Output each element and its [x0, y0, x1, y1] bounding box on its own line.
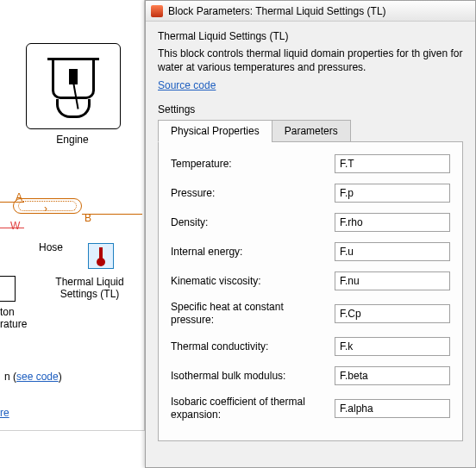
param-label: Isobaric coefficient of thermal expansio… [171, 396, 335, 421]
port-w-label: W [10, 220, 20, 232]
tab-physical-properties[interactable]: Physical Properties [158, 120, 272, 142]
tab-strip: Physical Properties Parameters [158, 119, 463, 142]
param-row-isobaric-coef: Isobaric coefficient of thermal expansio… [171, 396, 450, 421]
temperature-input[interactable] [335, 154, 450, 173]
dialog-titlebar[interactable]: Block Parameters: Thermal Liquid Setting… [146, 1, 475, 22]
param-label: Thermal conductivity: [171, 340, 335, 353]
param-row-density: Density: [171, 213, 450, 232]
source-code-link[interactable]: Source code [158, 79, 216, 91]
engine-icon [43, 56, 103, 116]
param-label: Internal energy: [171, 246, 335, 259]
canvas-link-2a[interactable]: re [0, 407, 9, 419]
isobaric-coef-input[interactable] [335, 399, 450, 418]
dialog-title: Block Parameters: Thermal Liquid Setting… [168, 5, 470, 17]
block-description: This block controls thermal liquid domai… [158, 47, 463, 74]
param-row-pressure: Pressure: [171, 184, 450, 203]
param-label: Temperature: [171, 158, 335, 171]
thermal-liquid-settings-block[interactable] [88, 243, 114, 269]
pressure-input[interactable] [335, 184, 450, 203]
engine-label: Engine [0, 134, 145, 146]
block-parameters-dialog: Block Parameters: Thermal Liquid Setting… [145, 0, 476, 468]
param-row-internal-energy: Internal energy: [171, 242, 450, 261]
param-label: Density: [171, 216, 335, 229]
partial-block-label: ton rature [0, 306, 26, 331]
hose-label: Hose [39, 241, 63, 253]
canvas-link-2: re [0, 407, 9, 419]
hose-block[interactable]: › [13, 194, 91, 220]
param-label: Pressure: [171, 187, 335, 200]
isothermal-bulk-modulus-input[interactable] [335, 366, 450, 385]
engine-block[interactable] [26, 43, 121, 129]
param-row-isothermal-bulk-modulus: Isothermal bulk modulus: [171, 366, 450, 385]
param-label: Isothermal bulk modulus: [171, 370, 335, 383]
param-label: Kinematic viscosity: [171, 275, 335, 288]
tab-parameters[interactable]: Parameters [272, 120, 351, 142]
app-icon [151, 5, 163, 17]
canvas-link-1: n (see code) [4, 371, 62, 383]
param-row-temperature: Temperature: [171, 154, 450, 173]
param-row-kinematic-viscosity: Kinematic viscosity: [171, 271, 450, 290]
param-row-specific-heat: Specific heat at constant pressure: [171, 301, 450, 327]
block-subtitle: Thermal Liquid Settings (TL) [158, 30, 463, 42]
kinematic-viscosity-input[interactable] [335, 271, 450, 290]
density-input[interactable] [335, 213, 450, 232]
model-canvas[interactable]: Engine A B W › Hose Thermal Liquid Setti… [0, 0, 145, 431]
partial-block[interactable] [0, 276, 16, 302]
internal-energy-input[interactable] [335, 242, 450, 261]
param-row-thermal-conductivity: Thermal conductivity: [171, 337, 450, 356]
see-code-link[interactable]: see code [16, 371, 59, 383]
tab-panel-physical-properties: Temperature: Pressure: Density: Internal… [158, 142, 463, 441]
settings-label: Settings [158, 103, 463, 115]
thermal-conductivity-input[interactable] [335, 337, 450, 356]
thermometer-icon [94, 247, 108, 265]
thermal-liquid-settings-label: Thermal Liquid Settings (TL) [38, 276, 141, 301]
specific-heat-input[interactable] [335, 304, 450, 323]
param-label: Specific heat at constant pressure: [171, 301, 335, 327]
